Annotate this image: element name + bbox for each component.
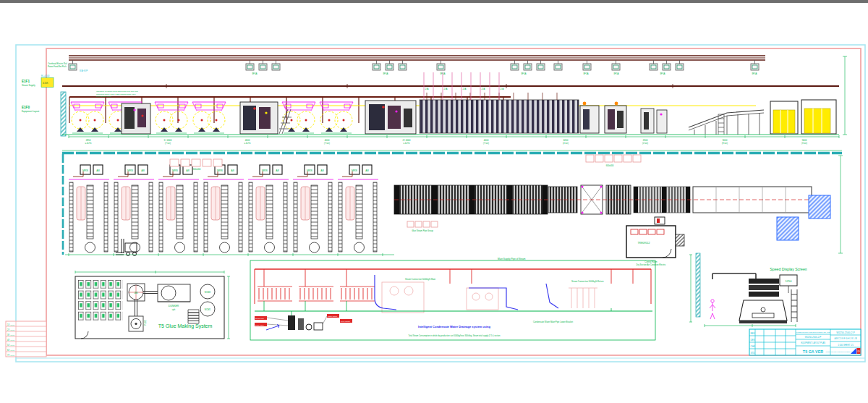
title-block-des: DES	[751, 339, 755, 342]
callout-steam-inlet: Steam Inlet	[255, 318, 264, 319]
dim-label: 9000	[723, 139, 728, 142]
steam-main-label: Main Supply Pipe of Steam	[498, 258, 526, 260]
dryer-section: 2#A 2#A 2#A 2#A 2#A	[420, 72, 579, 133]
steam-conn-label-2: Steam Connection 5000kg/h Return	[571, 280, 604, 283]
glue-pump: P-102	[129, 316, 147, 331]
glue-tank: DUNKER uph	[158, 284, 190, 311]
legend-row: 6# ——	[7, 349, 14, 352]
steam-tag: 4.5t/h	[43, 82, 48, 85]
double-facer-plan	[394, 185, 812, 214]
callout-drain-valve: Drain Valve	[255, 324, 264, 326]
glue-tank-tag: DUNKER	[169, 305, 179, 307]
dim-label: 4000	[325, 139, 330, 142]
mill-roll-stand-groups	[69, 165, 378, 253]
title-block-rev: REV	[751, 332, 755, 335]
title-block: REV DES CHK STD PRODUCTION LINE EQUIPMEN…	[749, 329, 861, 355]
callout-level-gauge: Level Gauge	[341, 321, 351, 322]
speed-display-screen: 1250	[780, 275, 797, 293]
dim-sublabel: a 4x7m	[244, 142, 252, 145]
dim-sublabel: (3 ton)	[801, 142, 807, 145]
rail-label-2: Power Feed 8m Pitch	[48, 65, 67, 68]
speed-display-section: Speed Display Screen 1250	[689, 253, 807, 327]
starch-bag-grid	[78, 280, 123, 322]
ghost-units	[382, 282, 597, 313]
dim-label: 4000	[245, 139, 250, 142]
condensate-unit: Steam Inlet Drain Valve Water Outlet Lev…	[255, 311, 352, 330]
steam-supply-label: Steam Supply	[22, 84, 35, 87]
dryer-tag: 2#A	[482, 88, 485, 90]
equipment-layout-label: Equipment Layout	[22, 110, 39, 113]
dim-label: 5600	[802, 139, 807, 142]
window-top-strip	[0, 0, 868, 3]
title-block-subtitle: EQUIPMENT LAYOUT PLAN	[801, 342, 825, 344]
equipment-cluster-b: 600x400	[586, 155, 641, 167]
glue-system-title: T5 Glue Making System	[158, 323, 213, 329]
stacker-pallet-b	[809, 195, 830, 219]
control-room: TRE09512 Control Room Dry Section Air Co…	[626, 217, 684, 266]
dim-label: 4000	[484, 139, 489, 142]
cad-sheet: MRS A8	[0, 0, 868, 403]
glue-group-label: Glue Steam Pipe Group	[412, 229, 433, 232]
rail-hangers: 8F5A 8F5A 8F5A 8F5A 8F5A 8F5A 8F5A 8F5A	[69, 60, 759, 75]
steam-conn-label-1: Steam Connection 5000kg/h Main	[405, 278, 436, 281]
dim-sublabel: (4 ton)	[563, 142, 569, 145]
dim-sublabel: (7 ton)	[324, 142, 330, 145]
legend-row: 2# ——	[7, 328, 14, 331]
legend-row: 4# ——	[7, 339, 14, 342]
stacker-pallet-a	[777, 217, 799, 240]
steam-supply-code: E1F1	[22, 80, 30, 83]
dim-sublabel: a 4x7m	[85, 142, 93, 145]
storage-tank-1: NCM1	[205, 308, 211, 311]
dim-sublabel: (7 ton)	[165, 142, 171, 145]
dim-sublabel: (7 ton)	[483, 142, 489, 145]
steam-spec-line: Total Steam Consumption in whole dry pro…	[409, 334, 501, 337]
dryer-tag: 2#A	[463, 88, 467, 90]
hanger-label: 8F5A	[521, 72, 526, 75]
speed-display-label: Speed Display Screen	[770, 267, 807, 271]
speed-display-value: 1250	[786, 279, 793, 283]
dim-label: 2500	[643, 139, 648, 142]
hanger-label: 8F5A	[583, 72, 588, 75]
legend-table: 1# —— 2# —— 3# —— 4# —— 5# —— 6# —— 7# —…	[6, 321, 46, 357]
control-room-tag: TRE09512	[637, 242, 650, 245]
glue-making-system: JBK DUNKER uph NCM2 NCM1	[75, 271, 230, 339]
storage-tank-2: NCM2	[205, 291, 211, 294]
title-block-chk: CHK	[751, 345, 755, 348]
steam-note-3: fit expansion loops	[96, 96, 111, 98]
operator-figure	[710, 300, 715, 319]
title-block-code-cells: A B C D E F G H J K L M	[835, 337, 858, 340]
callout-water-outlet: Water Outlet	[328, 315, 337, 317]
mixer-tag: JBK	[134, 292, 138, 294]
title-block-scale: 1:100 SHEET 1/1	[838, 344, 854, 347]
hanger-label: 8F5A	[660, 72, 665, 75]
title-block-model: WJ250-2500-2-P	[805, 336, 822, 339]
condensate-green-main	[255, 301, 652, 311]
dryer-tag: 2#A	[501, 88, 504, 90]
title-block-drawing-no: WJ250-2500-2-P	[836, 331, 855, 334]
left-wall-column	[61, 92, 66, 136]
roll-stand-bays	[71, 102, 353, 133]
plan-view: 600x400 600x400	[62, 150, 843, 266]
forklift-symbol	[116, 239, 137, 256]
glue-mixer: JBK	[127, 284, 145, 301]
condensate-bracket-label: Condensate Water Main Pipe Lower Bracket	[533, 321, 573, 323]
dim-label: 2# 4000	[403, 139, 411, 142]
steam-elevation-tag: EL+4.500	[41, 75, 50, 77]
heater-coil-banks	[258, 287, 375, 301]
dim-label: 1# 4000	[164, 139, 172, 142]
title-block-title: T5 GA VER	[803, 349, 823, 354]
rail-tag: 8#A~8#P	[80, 69, 88, 72]
equipment-layout-code: E1F0	[22, 106, 30, 109]
pump-tag: P-102	[144, 320, 147, 326]
hanger-label: 8F5A	[252, 72, 257, 75]
legend-row: 1# ——	[7, 323, 14, 326]
cluster-a-label: 600x400	[193, 168, 201, 171]
dim-label: 6200	[563, 139, 569, 142]
title-block-std: STD	[751, 352, 756, 355]
stairs	[188, 310, 199, 323]
cluster-b-label: 600x400	[606, 164, 614, 167]
legend-row: 5# ——	[7, 344, 14, 347]
overhead-rail	[69, 56, 765, 60]
legend-row: 3# ——	[7, 334, 14, 336]
title-block-company: PRODUCTION LINE EQUIPMENT CO.,LTD	[796, 331, 830, 334]
